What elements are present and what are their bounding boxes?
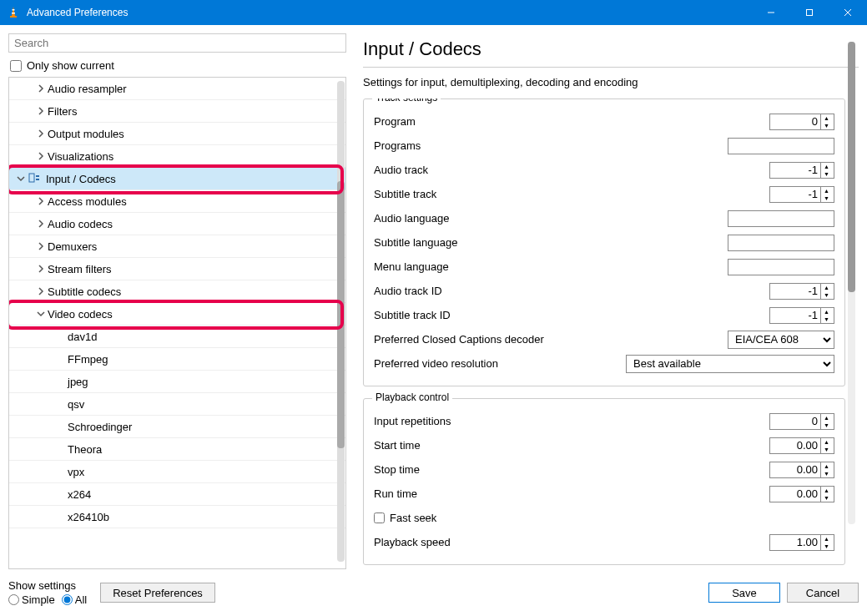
tree-item-output-modules[interactable]: Output modules xyxy=(9,123,345,145)
subtitle-track-id-spinner[interactable]: ▲▼ xyxy=(769,307,834,324)
repetitions-spinner[interactable]: ▲▼ xyxy=(769,413,834,430)
video-res-select[interactable]: Best available xyxy=(626,355,834,373)
program-spinner[interactable]: ▲▼ xyxy=(769,114,834,130)
chevron-right-icon[interactable] xyxy=(34,242,48,250)
audio-track-id-spinner[interactable]: ▲▼ xyxy=(769,283,834,300)
preferences-tree: Audio resamplerFiltersOutput modulesVisu… xyxy=(8,77,346,569)
cancel-button[interactable]: Cancel xyxy=(787,583,859,603)
stop-time-value[interactable] xyxy=(770,462,820,477)
only-show-current-checkbox[interactable]: Only show current xyxy=(8,59,346,72)
chevron-down-icon[interactable] xyxy=(14,174,28,183)
chevron-right-icon[interactable] xyxy=(34,84,48,93)
spinner-down-icon[interactable]: ▼ xyxy=(821,122,832,129)
minimize-button[interactable] xyxy=(752,0,790,25)
radio-all[interactable]: All xyxy=(62,593,87,606)
subtitle-lang-input[interactable] xyxy=(728,235,834,251)
chevron-right-icon[interactable] xyxy=(34,265,48,273)
spinner-down-icon[interactable]: ▼ xyxy=(821,291,832,299)
run-time-value[interactable] xyxy=(770,487,820,502)
reset-preferences-button[interactable]: Reset Preferences xyxy=(100,583,215,603)
tree-item-vpx[interactable]: vpx xyxy=(9,461,345,483)
tree-item-demuxers[interactable]: Demuxers xyxy=(9,235,345,258)
tree-item-theora[interactable]: Theora xyxy=(9,438,345,461)
spinner-up-icon[interactable]: ▲ xyxy=(821,414,832,422)
subtitle-track-id-value[interactable] xyxy=(770,308,820,323)
playback-speed-value[interactable] xyxy=(770,535,820,550)
spinner-up-icon[interactable]: ▲ xyxy=(821,487,832,494)
fast-seek-label: Fast seek xyxy=(390,512,436,524)
tree-item-x264[interactable]: x264 xyxy=(9,483,345,506)
spinner-up-icon[interactable]: ▲ xyxy=(821,284,832,291)
spinner-down-icon[interactable]: ▼ xyxy=(821,170,832,178)
start-time-value[interactable] xyxy=(770,438,820,453)
tree-item-access-modules[interactable]: Access modules xyxy=(9,190,345,213)
subtitle-track-spinner[interactable]: ▲▼ xyxy=(769,186,834,203)
fast-seek-box[interactable] xyxy=(374,512,385,523)
audio-track-value[interactable] xyxy=(770,163,820,178)
radio-simple[interactable]: Simple xyxy=(8,593,55,606)
tree-item-visualizations[interactable]: Visualizations xyxy=(9,145,345,168)
programs-input[interactable] xyxy=(728,138,834,154)
settings-scroll-thumb[interactable] xyxy=(848,42,855,292)
cc-decoder-select[interactable]: EIA/CEA 608 xyxy=(728,331,834,349)
chevron-right-icon[interactable] xyxy=(34,152,48,160)
audio-track-id-value[interactable] xyxy=(770,284,820,299)
menu-lang-input[interactable] xyxy=(728,259,834,275)
chevron-down-icon[interactable] xyxy=(34,310,48,318)
repetitions-value[interactable] xyxy=(770,414,820,429)
spinner-up-icon[interactable]: ▲ xyxy=(821,308,832,316)
spinner-down-icon[interactable]: ▼ xyxy=(821,422,832,429)
spinner-down-icon[interactable]: ▼ xyxy=(821,470,832,477)
audio-track-spinner[interactable]: ▲▼ xyxy=(769,162,834,179)
tree-item-qsv[interactable]: qsv xyxy=(9,393,345,416)
spinner-down-icon[interactable]: ▼ xyxy=(821,543,832,550)
only-show-current-box[interactable] xyxy=(10,60,22,72)
tree-item-subtitle-codecs[interactable]: Subtitle codecs xyxy=(9,280,345,303)
stop-time-spinner[interactable]: ▲▼ xyxy=(769,462,834,478)
close-button[interactable] xyxy=(829,0,867,25)
subtitle-track-value[interactable] xyxy=(770,187,820,202)
tree-item-audio-codecs[interactable]: Audio codecs xyxy=(9,213,345,235)
settings-scrollbar[interactable] xyxy=(848,42,855,524)
chevron-right-icon[interactable] xyxy=(34,220,48,228)
tree-item-label: qsv xyxy=(68,398,84,411)
tree-item-input-codecs[interactable]: Input / Codecs xyxy=(9,168,345,190)
tree-item-x26410b[interactable]: x26410b xyxy=(9,506,345,528)
tree-item-filters[interactable]: Filters xyxy=(9,100,345,123)
spinner-down-icon[interactable]: ▼ xyxy=(821,194,832,202)
tree-scroll-thumb[interactable] xyxy=(337,181,345,448)
spinner-down-icon[interactable]: ▼ xyxy=(821,316,832,323)
spinner-up-icon[interactable]: ▲ xyxy=(821,438,832,446)
run-time-spinner[interactable]: ▲▼ xyxy=(769,486,834,502)
start-time-spinner[interactable]: ▲▼ xyxy=(769,437,834,454)
audio-lang-input[interactable] xyxy=(728,210,834,227)
spinner-down-icon[interactable]: ▼ xyxy=(821,494,832,502)
spinner-up-icon[interactable]: ▲ xyxy=(821,187,832,194)
input-codecs-icon xyxy=(28,171,43,187)
tree-scrollbar[interactable] xyxy=(337,81,345,562)
program-value[interactable] xyxy=(770,114,820,129)
search-input[interactable] xyxy=(8,33,346,53)
tree-item-stream-filters[interactable]: Stream filters xyxy=(9,258,345,280)
tree-item-audio-resampler[interactable]: Audio resampler xyxy=(9,78,345,100)
spinner-up-icon[interactable]: ▲ xyxy=(821,163,832,170)
subtitle-track-id-label: Subtitle track ID xyxy=(374,309,616,321)
spinner-up-icon[interactable]: ▲ xyxy=(821,462,832,470)
tree-item-schroedinger[interactable]: Schroedinger xyxy=(9,416,345,438)
spinner-down-icon[interactable]: ▼ xyxy=(821,446,832,453)
chevron-right-icon[interactable] xyxy=(34,287,48,295)
spinner-up-icon[interactable]: ▲ xyxy=(821,114,832,122)
tree-item-jpeg[interactable]: jpeg xyxy=(9,371,345,393)
spinner-up-icon[interactable]: ▲ xyxy=(821,535,832,543)
maximize-button[interactable] xyxy=(790,0,829,25)
page-subtitle: Settings for input, demultiplexing, deco… xyxy=(363,68,859,98)
chevron-right-icon[interactable] xyxy=(34,107,48,115)
fast-seek-checkbox[interactable]: Fast seek xyxy=(374,506,834,530)
tree-item-ffmpeg[interactable]: FFmpeg xyxy=(9,348,345,371)
chevron-right-icon[interactable] xyxy=(34,129,48,138)
tree-item-video-codecs[interactable]: Video codecs xyxy=(9,303,345,326)
chevron-right-icon[interactable] xyxy=(34,197,48,205)
tree-item-dav1d[interactable]: dav1d xyxy=(9,326,345,348)
save-button[interactable]: Save xyxy=(708,583,780,603)
playback-speed-spinner[interactable]: ▲▼ xyxy=(769,534,834,551)
